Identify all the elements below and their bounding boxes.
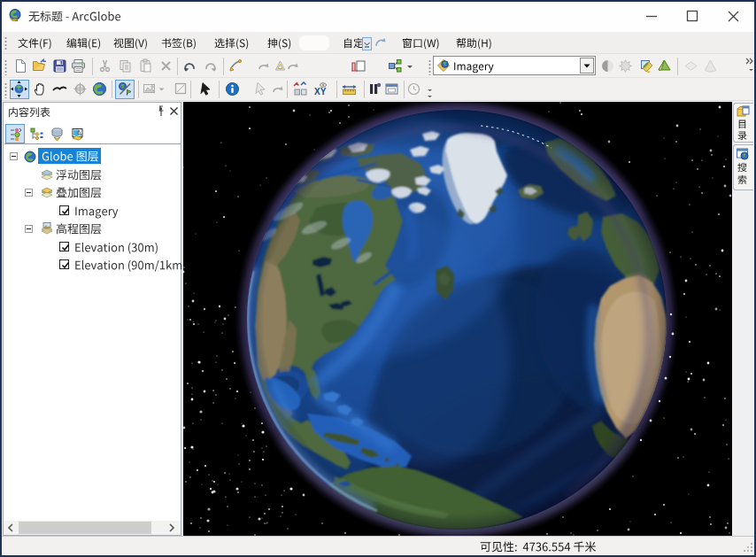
svg-text:XY: XY bbox=[314, 87, 327, 97]
